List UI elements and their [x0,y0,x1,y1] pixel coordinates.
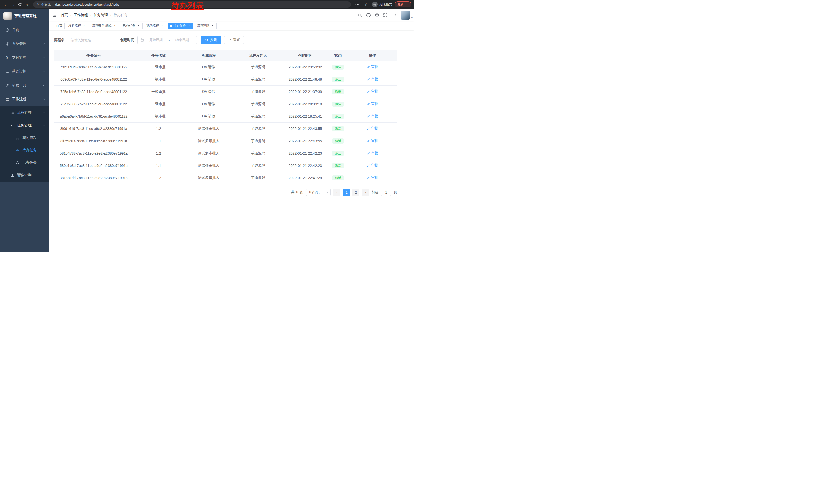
app-frame: 芋道管理系统 首页 系统管理 ¥ 支付管理 [0,9,414,252]
cell-status: 激活 [328,151,348,156]
browser-menu-icon[interactable]: ⋮ [405,3,409,6]
approve-link[interactable]: 审批 [367,114,378,119]
column-task-id: 任务编号 [54,53,133,58]
tab-close-icon[interactable]: × [187,24,191,28]
approve-link[interactable]: 审批 [367,151,378,155]
cell-action: 审批 [348,77,397,82]
help-icon[interactable] [375,13,379,17]
cell-task-id: 75d72608-7b7f-11ec-a3c8-acde48001122 [54,102,133,106]
sidebar-item-dev-tools[interactable]: 研发工具 [0,79,49,92]
cell-task-id: 73211d9d-7b9b-11ec-b5b7-acde48001122 [54,65,133,69]
page-button[interactable]: 1 [343,189,350,196]
tab-item[interactable]: 已办任务× [121,22,142,29]
next-page-button[interactable]: › [362,189,369,196]
sidebar-item-system-mgmt[interactable]: 系统管理 [0,37,49,51]
sidebar-item-label: 首页 [12,28,45,32]
tab-item[interactable]: 我的流程× [144,22,166,29]
page-size-select[interactable]: 10条/页 ▾ [306,189,331,196]
sidebar-item-my-process[interactable]: 我的流程 [0,132,49,144]
approve-link-label: 审批 [371,163,378,168]
search-button-label: 搜索 [210,38,217,42]
approve-link[interactable]: 审批 [367,138,378,143]
table-row: a6aba0a4-7b6d-11ec-b781-acde48001122一级审批… [54,110,397,123]
security-label[interactable]: 不安全 [41,2,51,7]
search-icon[interactable] [358,13,362,17]
status-badge: 激活 [332,175,344,180]
browser-forward-icon[interactable]: → [9,1,16,8]
tab-item[interactable]: 流程详情× [195,22,217,29]
approve-link[interactable]: 审批 [367,163,378,168]
app-logo[interactable]: 芋道管理系统 [0,9,49,23]
table-row: 58154733-7ac8-11ec-a9e2-a2380e71991a1.2测… [54,147,397,159]
sidebar-item-done-tasks[interactable]: 已办任务 [0,156,49,169]
sidebar-item-infrastructure[interactable]: 基础设施 [0,64,49,79]
page-button[interactable]: 2 [352,189,359,196]
password-key-icon[interactable] [354,1,360,8]
tab-close-icon[interactable]: × [160,24,164,28]
sidebar-item-workflow[interactable]: 工作流程 [0,92,49,106]
cell-status: 激活 [328,163,348,168]
cell-create-time: 2022-01-21 22:43:55 [282,139,328,143]
sidebar-item-label: 基础设施 [12,69,42,74]
reset-button[interactable]: 重置 [224,36,244,44]
fullscreen-icon[interactable] [383,13,387,17]
cell-initiator: 芋道源码 [234,114,282,119]
approve-link[interactable]: 审批 [367,89,378,94]
browser-update-button[interactable]: 更新 ⋮ [395,1,411,7]
browser-back-icon[interactable]: ← [3,1,9,8]
cell-create-time: 2022-01-22 20:33:10 [282,102,328,106]
status-badge: 激活 [332,114,344,119]
cell-status: 激活 [328,126,348,131]
address-bar[interactable]: ⚠ 不安全 dashboard.yudao.iocoder.cn/bpm/tas… [33,1,351,8]
tab-close-icon[interactable]: × [211,24,214,28]
tab-close-icon[interactable]: × [136,24,140,28]
tab-label: 发起流程 [69,24,81,28]
sidebar-collapse-icon[interactable] [52,13,57,17]
main-area: 首页 / 工作流程 / 任务管理 / 待办任务 [49,9,414,252]
incognito-profile-chip[interactable]: 无痕模式 [372,2,392,7]
user-avatar[interactable]: ▾ [401,10,410,20]
sidebar-item-todo-tasks[interactable]: 待办任务 [0,144,49,156]
github-icon[interactable] [366,13,371,17]
tab-close-icon[interactable]: × [113,24,117,28]
goto-page-input[interactable] [381,189,391,196]
avatar-caret-icon: ▾ [411,16,413,19]
tab-item[interactable]: 待办任务× [168,22,193,29]
sidebar-item-home[interactable]: 首页 [0,23,49,37]
column-actions: 操作 [348,53,397,58]
date-range-picker[interactable]: 开始日期 - 结束日期 [137,36,197,44]
sidebar-item-task-mgmt[interactable]: 任务管理 [0,119,49,132]
sidebar-item-process-mgmt[interactable]: 流程管理 [0,106,49,119]
sidebar-item-leave-query[interactable]: 请假查询 [0,169,49,182]
search-button[interactable]: 搜索 [201,36,221,44]
tab-item[interactable]: 发起流程× [66,22,88,29]
cell-process: 测试多审批人 [184,163,234,168]
browser-home-icon[interactable]: ⌂ [23,1,30,8]
cell-status: 激活 [328,77,348,82]
tab-label: 已办任务 [123,24,135,28]
breadcrumb-workflow[interactable]: 工作流程 [74,13,88,17]
tab-close-icon[interactable]: × [82,24,86,28]
url-text[interactable]: dashboard.yudao.iocoder.cn/bpm/task/todo [55,3,119,6]
approve-link[interactable]: 审批 [367,101,378,106]
sidebar-item-payment-mgmt[interactable]: ¥ 支付管理 [0,51,49,64]
approve-link[interactable]: 审批 [367,64,378,69]
breadcrumb-task-mgmt[interactable]: 任务管理 [94,13,108,17]
cell-status: 激活 [328,89,348,94]
font-size-icon[interactable] [391,13,396,17]
bookmark-star-icon[interactable]: ☆ [363,1,370,8]
approve-link[interactable]: 审批 [367,126,378,131]
approve-link[interactable]: 审批 [367,77,378,82]
tab-item[interactable]: 流程表单-编辑× [90,22,119,29]
browser-reload-icon[interactable] [16,1,23,8]
cell-initiator: 芋道源码 [234,126,282,131]
approve-link[interactable]: 审批 [367,175,378,180]
sidebar-item-label: 请假查询 [17,173,45,177]
tab-item[interactable]: 首页 [54,22,65,29]
prev-page-button[interactable]: ‹ [333,189,340,196]
sidebar-item-label: 研发工具 [12,83,42,88]
breadcrumb-home[interactable]: 首页 [61,13,68,17]
process-name-input[interactable] [68,36,114,44]
reset-button-label: 重置 [233,38,240,42]
table-row: 069c6a63-7b8a-11ec-8ef0-acde48001122一级审批… [54,73,397,86]
